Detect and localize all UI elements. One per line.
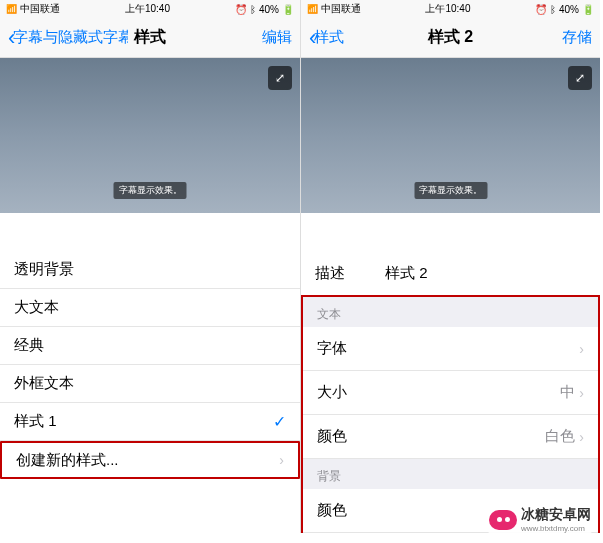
- preview-area: ⤢ 字幕显示效果。: [0, 58, 300, 213]
- signal-icon: 📶: [307, 4, 318, 14]
- back-button[interactable]: ‹ 字幕与隐藏式字幕: [8, 27, 128, 49]
- battery-text: 40%: [559, 4, 579, 15]
- carrier: 中国联通: [321, 2, 361, 16]
- bluetooth-icon: ᛒ: [550, 4, 556, 15]
- color-value: 白色: [545, 427, 575, 446]
- style-option-largetext[interactable]: 大文本: [0, 289, 300, 327]
- nav-title: 样式: [134, 27, 166, 48]
- style-option-style1[interactable]: 样式 1: [0, 403, 300, 441]
- preview-area: ⤢ 字幕显示效果。: [301, 58, 600, 213]
- back-label: 样式: [314, 28, 344, 47]
- alarm-icon: ⏰: [535, 4, 547, 15]
- nav-bar: ‹ 样式 样式 2 存储: [301, 18, 600, 58]
- section-header-bg: 背景: [303, 459, 598, 489]
- alarm-icon: ⏰: [235, 4, 247, 15]
- battery-icon: 🔋: [282, 4, 294, 15]
- status-time: 上午10:40: [125, 2, 170, 16]
- watermark-text: 冰糖安卓网: [521, 506, 591, 524]
- edit-button[interactable]: 编辑: [262, 28, 292, 47]
- chevron-right-icon: ›: [579, 429, 584, 445]
- subtitle-sample: 字幕显示效果。: [414, 182, 487, 199]
- expand-icon: ⤢: [575, 71, 585, 85]
- nav-bar: ‹ 字幕与隐藏式字幕 样式 编辑: [0, 18, 300, 58]
- status-bar: 📶 中国联通 上午10:40 ⏰ ᛒ 40% 🔋: [301, 0, 600, 18]
- bluetooth-icon: ᛒ: [250, 4, 256, 15]
- style-option-classic[interactable]: 经典: [0, 327, 300, 365]
- row-label: 字体: [317, 339, 347, 358]
- status-bar: 📶 中国联通 上午10:40 ⏰ ᛒ 40% 🔋: [0, 0, 300, 18]
- style-option-outline[interactable]: 外框文本: [0, 365, 300, 403]
- row-label: 经典: [14, 336, 44, 355]
- row-label: 样式 1: [14, 412, 57, 431]
- row-label: 外框文本: [14, 374, 74, 393]
- left-screenshot: 📶 中国联通 上午10:40 ⏰ ᛒ 40% 🔋 ‹ 字幕与隐藏式字幕 样式 编…: [0, 0, 300, 533]
- back-button[interactable]: ‹ 样式: [309, 27, 344, 49]
- row-label: 颜色: [317, 427, 347, 446]
- row-label: 大文本: [14, 298, 59, 317]
- subtitle-sample: 字幕显示效果。: [114, 182, 187, 199]
- right-screenshot: 📶 中国联通 上午10:40 ⏰ ᛒ 40% 🔋 ‹ 样式 样式 2 存储 ⤢ …: [300, 0, 600, 533]
- font-row[interactable]: 字体 ›: [303, 327, 598, 371]
- expand-button[interactable]: ⤢: [268, 66, 292, 90]
- signal-icon: 📶: [6, 4, 17, 14]
- size-value: 中: [560, 383, 575, 402]
- row-label: 透明背景: [14, 260, 74, 279]
- back-label: 字幕与隐藏式字幕: [13, 28, 128, 47]
- watermark: 冰糖安卓网 www.btxtdmy.com: [485, 504, 595, 535]
- battery-icon: 🔋: [582, 4, 594, 15]
- watermark-url: www.btxtdmy.com: [521, 524, 591, 533]
- size-row[interactable]: 大小 中 ›: [303, 371, 598, 415]
- row-label: 颜色: [317, 501, 347, 520]
- expand-button[interactable]: ⤢: [568, 66, 592, 90]
- battery-text: 40%: [259, 4, 279, 15]
- status-time: 上午10:40: [425, 2, 470, 16]
- save-button[interactable]: 存储: [562, 28, 592, 47]
- carrier: 中国联通: [20, 2, 60, 16]
- chevron-right-icon: ›: [579, 341, 584, 357]
- nav-title: 样式 2: [428, 27, 473, 48]
- desc-label: 描述: [315, 264, 345, 283]
- style-option-transparent[interactable]: 透明背景: [0, 251, 300, 289]
- row-label: 大小: [317, 383, 347, 402]
- section-header-text: 文本: [303, 297, 598, 327]
- watermark-icon: [489, 510, 517, 530]
- chevron-right-icon: ›: [579, 385, 584, 401]
- create-new-style[interactable]: 创建新的样式... ›: [0, 441, 300, 479]
- row-label: 创建新的样式...: [16, 451, 119, 470]
- description-row[interactable]: 描述 样式 2: [301, 251, 600, 295]
- style-list: 透明背景 大文本 经典 外框文本 样式 1 创建新的样式... ›: [0, 251, 300, 479]
- desc-value: 样式 2: [385, 264, 428, 283]
- chevron-right-icon: ›: [279, 452, 284, 468]
- text-color-row[interactable]: 颜色 白色 ›: [303, 415, 598, 459]
- expand-icon: ⤢: [275, 71, 285, 85]
